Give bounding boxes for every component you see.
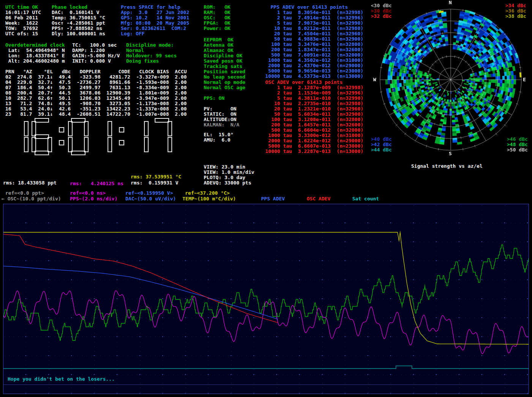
osc-adev-header: OSC ADEV over 61413 points xyxy=(265,80,343,85)
survey-discipline-lines: Discipline mode: Normal Holdover: 99 sec… xyxy=(126,43,177,64)
pps-ref-label: ref=<0.0 ns> xyxy=(70,191,106,196)
rms-osc: rms: 18.433058 ppt xyxy=(3,180,57,186)
lady-heather-gpsdo-monitor: { "status": { "utc": {"header":"UTC time… xyxy=(0,0,532,397)
phase-status-header: Phase locked xyxy=(52,5,87,10)
rms-dac: rms: 0.159931 V xyxy=(131,180,178,186)
pps-state: PPS: ON xyxy=(204,96,225,101)
pps-adev-table: 1 tau 8.3054e-011 (n=32998) 2 tau 7.4914… xyxy=(265,10,363,79)
dbc-legend-item: >36 dBc xyxy=(505,8,526,14)
dbc-legend-top-left: <30 dBc>30 dBc>32 dBc xyxy=(371,3,392,19)
digital-clock xyxy=(7,118,185,156)
signal-strength-polar-map xyxy=(375,5,526,155)
compass-s: S xyxy=(449,151,452,156)
kalman-state: KALMAN: N/A xyxy=(204,122,239,128)
dbc-legend-item: <30 dBc xyxy=(371,3,392,8)
dbc-legend-item: >48 dBc xyxy=(507,142,528,147)
fix-mode-lines: PV: ON STATIC: ON ALTITUDE:ON xyxy=(204,106,236,122)
dbc-legend-item: >46 dBc xyxy=(507,137,528,142)
utc-status-header: UTC time OK xyxy=(5,5,38,10)
osc-ref-label: ref=<0.0 ppt> xyxy=(5,191,44,196)
compass-e: E xyxy=(523,77,526,82)
dbc-legend-item: >30 dBc xyxy=(371,8,392,14)
receiver-status-lines: EEPROM OK Antenna OK Almanac OK Discipli… xyxy=(204,37,245,90)
osc-adev-toggle-label: OSC ADEV xyxy=(307,196,331,202)
sat-count-toggle-label: Sat count xyxy=(352,196,379,202)
survey-header: Overdetermined clock xyxy=(5,43,65,48)
filter-lines: EL: 15.0° AMU: 6.0 xyxy=(204,132,233,143)
dbc-legend-bottom-right: >46 dBc>48 dBc>50 dBc xyxy=(507,137,528,153)
plot-message: Hope you didn't bet on the losers... xyxy=(8,377,115,382)
osc-scale-label: ← OSC~(10.0 ppt/div) xyxy=(2,196,61,202)
utc-status-lines: 16:01:17 UTC 06 Feb 2011 Week: 1622 TOW:… xyxy=(5,10,41,36)
temp-scale-label: TEMP~(100 m°C/div) xyxy=(182,196,236,202)
survey-params-lines: TC: 100.0 sec DAMP: 1.200 GAIN:-5.000 Hz… xyxy=(72,43,120,64)
temp-ref-label: ref~<37.200 °C> xyxy=(185,191,230,196)
dbc-legend-item: >44 dBc xyxy=(371,147,392,153)
dbc-legend-item: >38 dBc xyxy=(505,14,526,19)
dbc-legend-item: >32 dBc xyxy=(371,14,392,19)
help-info-lines: Press SPACE for help App: 3.0 27 Jun 200… xyxy=(121,5,189,36)
view-settings-lines: VIEW: 23.0 min VIEW: 1.0 min/div PLOTQ: … xyxy=(204,164,254,186)
satellite-table: PRN °AZ °EL dBc DOPPLER CODE CLOCK BIAS … xyxy=(5,69,187,117)
pps-adev-header: PPS ADEV over 61413 points xyxy=(271,5,348,10)
survey-position-lines: Lat: 54.4964948° N Lon: 18.4337841° E Al… xyxy=(5,48,65,64)
pps-scale-label: PPS~(2.0 ns/div) xyxy=(70,196,117,202)
dbc-legend-item: >42 dBc xyxy=(371,142,392,147)
dac-ref-label: ref~<0.159950 V> xyxy=(125,191,173,196)
polar-caption: Signal strength vs az/el xyxy=(411,164,483,169)
selftest-lines: ROM: OK RAM: OK OSC: OK FPGA: OK Power: … xyxy=(204,5,230,31)
compass-n: N xyxy=(449,0,452,5)
compass-w: W xyxy=(373,77,376,82)
dbc-legend-item: >34 dBc xyxy=(505,3,526,8)
plot-area[interactable] xyxy=(3,204,529,394)
dbc-legend-item: >50 dBc xyxy=(507,147,528,153)
dbc-legend-bottom-left: >40 dBc>42 dBc>44 dBc xyxy=(371,137,392,153)
dbc-legend-top-right: >34 dBc>36 dBc>38 dBc xyxy=(505,3,526,19)
dac-scale-label: DAC~(50.0 uV/div) xyxy=(125,196,176,202)
pps-adev-toggle-label: PPS ADEV xyxy=(261,196,285,202)
phase-status-lines: DAC: 0.160141 V Temp: 36.750015 °C Osc↑ … xyxy=(52,10,105,36)
rms-temp: rms: 37.539951 °C xyxy=(131,174,181,180)
osc-adev-table: 1 tau 2.1287e-009 (n=32998) 2 tau 1.1534… xyxy=(265,85,363,154)
dbc-legend-item: >40 dBc xyxy=(371,137,392,142)
rms-pps: rms: 4.240125 ns xyxy=(70,181,124,186)
